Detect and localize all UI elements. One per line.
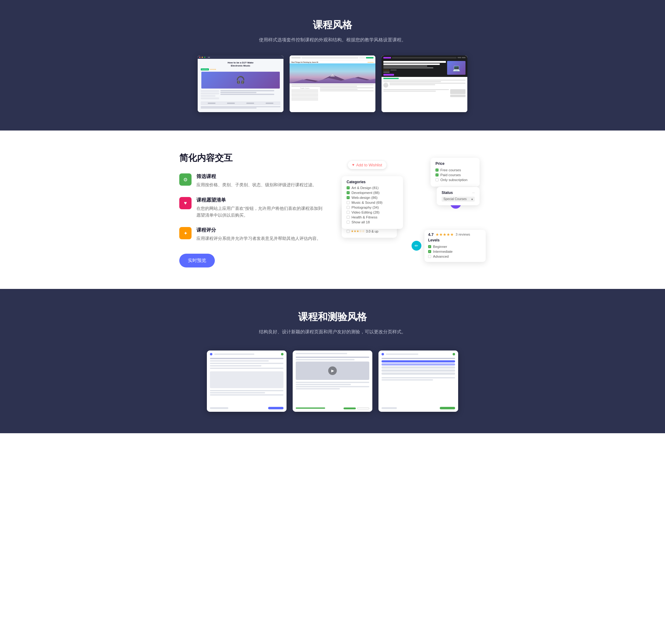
section1-title: 课程风格: [6, 18, 659, 32]
check-photo: [347, 206, 350, 209]
window-dot-green: [204, 57, 205, 58]
window-dot-yellow: [202, 57, 203, 58]
sc1-logo: ●●●: [208, 56, 210, 58]
demo-column: ♥ Add to Wishlist ✓ Price ✓ Free courses…: [342, 158, 486, 262]
feature-filter: ⚙ 筛选课程 应用按价格、类别、子类别、状态、级别和评级进行课程过滤。: [179, 173, 323, 189]
cat-dev: ✓ Development (88): [347, 191, 398, 195]
feature-review: ✦ 课程评分 应用课程评分系统并允许学习者发表意见并帮助其他人评估内容。: [179, 227, 323, 242]
check-health: [347, 216, 350, 219]
sc3-hero-image: 💻: [447, 61, 466, 75]
cat-show-all: Show all 18: [347, 220, 398, 224]
status-value: Special Courses ▾: [442, 197, 475, 201]
feature-wishlist-text: 课程愿望清单 在您的网站上应用广喜欢"按钮，允许用户将他们喜欢的课程添加到愿望清…: [196, 197, 323, 219]
lc2-btn-outline: [357, 408, 369, 409]
window-dot-red: [199, 57, 201, 58]
course-quiz-section: 课程和测验风格 结构良好、设计新颖的课程页面和用户友好的测验，可以更改分页样式。: [0, 289, 665, 433]
lc3-highlight2: [382, 363, 455, 366]
check-video: [347, 211, 350, 214]
lc1-header: [207, 351, 287, 358]
wishlist-icon: ♥: [179, 197, 192, 209]
level-intermediate: ✓ Intermediate: [428, 250, 482, 253]
check-art: ✓: [347, 186, 350, 189]
feature-filter-title: 筛选课程: [196, 173, 317, 180]
cat-web: ✓ Web-design (86): [347, 196, 398, 199]
features-column: 简化内容交互 ⚙ 筛选课程 应用按价格、类别、子类别、状态、级别和评级进行课程过…: [179, 152, 323, 268]
lc2-bottom: [293, 408, 372, 412]
lc3-btn: [440, 407, 455, 409]
feature-wishlist-title: 课程愿望清单: [196, 197, 323, 203]
price-free: ✓ Free courses: [435, 168, 475, 172]
sc3-nav2: [462, 57, 466, 58]
section2-title: 简化内容交互: [179, 152, 323, 164]
lc3-header: [378, 351, 458, 358]
lc3-dot-green: [453, 353, 455, 355]
sc2-stars: ★★★★★: [367, 61, 374, 63]
layout-cards-container: ▶: [6, 351, 659, 412]
lc1-btn: [268, 407, 283, 409]
lc3-option3: [382, 366, 455, 369]
lc3-bottom: [378, 407, 458, 412]
check-paid-icon: ✓: [435, 173, 439, 176]
review-count: 3 reviews: [456, 233, 470, 236]
price-paid: ✓ Paid courses: [435, 173, 475, 177]
check-dev: ✓: [347, 191, 350, 194]
heart-icon: ♥: [352, 163, 354, 167]
course-screenshots-container: ●●● How to be a DJ? MakeElectronic Music…: [6, 56, 659, 112]
feature-review-text: 课程评分 应用课程评分系统并允许学习者发表意见并帮助其他人评估内容。: [196, 227, 321, 242]
section3-subtitle: 结构良好、设计新颖的课程页面和用户友好的测验，可以更改分页样式。: [6, 329, 659, 335]
lc1-line-bottom: [210, 407, 228, 409]
cat-music: Music & Sound (69): [347, 201, 398, 204]
sc2-title: Real Things Art Painting by Jason Ni: [291, 61, 318, 63]
lc2-progress: [296, 408, 325, 409]
feature-filter-desc: 应用按价格、类别、子类别、状态、级别和评级进行课程过滤。: [196, 182, 317, 189]
review-rating: 4.7: [428, 232, 434, 237]
review-container: ✏ 4.7 ★★★★★ 3 reviews Levels ✓ Beginner …: [412, 230, 486, 262]
screenshot-dj[interactable]: ●●● How to be a DJ? MakeElectronic Music…: [198, 56, 283, 112]
course-style-section: 课程风格 使用样式选项套件控制课程的外观和结构。根据您的教学风格设置课程。 ●●…: [0, 0, 665, 131]
check-music: [347, 201, 350, 204]
layout-card-1[interactable]: [207, 351, 287, 412]
check-web: ✓: [347, 196, 350, 199]
review-icon: ✦: [179, 227, 192, 239]
lc1-dot-green: [281, 353, 283, 355]
content-interaction-section: 简化内容交互 ⚙ 筛选课程 应用按价格、类别、子类别、状态、级别和评级进行课程过…: [0, 131, 665, 289]
check-30: [347, 230, 350, 233]
status-dots: ···: [472, 191, 475, 194]
lc3-option5: [382, 373, 455, 375]
check-sub-icon: [435, 178, 439, 181]
categories-filter-card: Categories ✓ Art & Design (81) ✓ Develop…: [342, 176, 403, 229]
sc2-search: [302, 57, 358, 59]
level-advanced: Advanced: [428, 255, 482, 258]
check-advanced: [428, 255, 431, 258]
wishlist-label: Add to Wishlist: [356, 163, 382, 167]
sc1-course-title: How to be a DJ? MakeElectronic Music: [200, 60, 282, 68]
check-beginner: ✓: [428, 245, 431, 248]
demo-button[interactable]: 实时预览: [179, 254, 215, 268]
price-filter-card: Price ✓ Free courses ✓ Paid courses Only…: [431, 158, 480, 187]
rating-30: ★★★☆☆ 3.0 & up: [347, 230, 392, 233]
cat-art: ✓ Art & Design (81): [347, 186, 398, 190]
lc3-dot-blue: [382, 353, 384, 355]
review-card: 4.7 ★★★★★ 3 reviews Levels ✓ Beginner ✓ …: [424, 230, 486, 262]
screenshot-art[interactable]: Real Things Art Painting by Jason Ni ★★★…: [290, 56, 375, 112]
play-icon: ▶: [328, 366, 337, 375]
layout-card-3[interactable]: [378, 351, 458, 412]
lc1-bottom: [207, 407, 287, 412]
pencil-icon: ✏: [412, 241, 421, 251]
check-free-icon: ✓: [435, 169, 439, 172]
wishlist-button-demo: ♥ Add to Wishlist: [348, 161, 386, 169]
lc3-option4: [382, 370, 455, 372]
screenshot-webdev[interactable]: ★★★★★ 💻: [382, 56, 467, 112]
layout-card-2[interactable]: ▶: [293, 351, 372, 412]
sc2-enroll-btn: [366, 57, 374, 59]
price-subscription: Only subscription: [435, 178, 475, 182]
lc2-header: [293, 351, 372, 357]
lc2-video-box: ▶: [296, 362, 369, 380]
review-stars: ★★★★★: [435, 232, 454, 237]
cat-health: Health & Fitness: [347, 215, 398, 219]
lc1-dot-blue: [210, 353, 212, 355]
section3-title: 课程和测验风格: [6, 310, 659, 324]
feature-review-title: 课程评分: [196, 227, 321, 233]
section1-subtitle: 使用样式选项套件控制课程的外观和结构。根据您的教学风格设置课程。: [6, 37, 659, 43]
feature-wishlist-desc: 在您的网站上应用广喜欢"按钮，允许用户将他们喜欢的课程添加到愿望清单中以供以后购…: [196, 205, 323, 219]
